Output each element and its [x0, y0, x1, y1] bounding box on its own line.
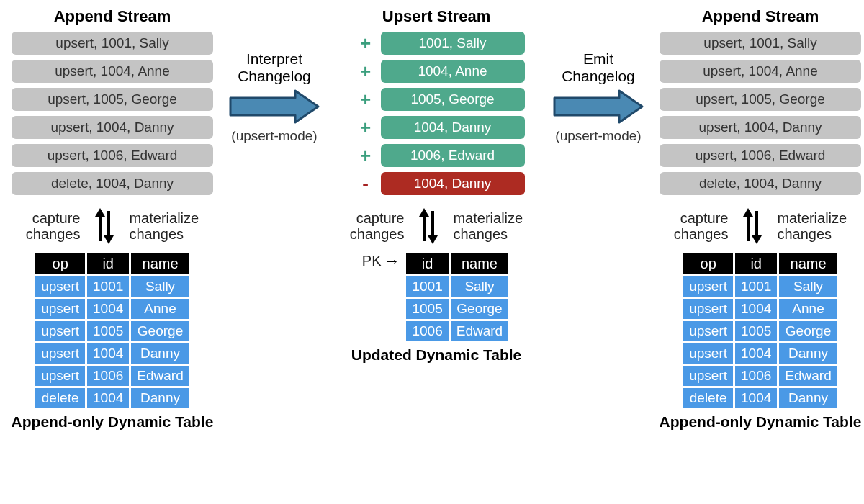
middle-column: Upsert Stream +1001, Sally +1004, Anne +… — [328, 7, 544, 497]
upsert-row: +1004, Anne — [348, 60, 525, 83]
pk-label: PK — [362, 253, 382, 269]
plus-icon: + — [358, 145, 374, 167]
table-row: upsert1005George — [35, 320, 191, 343]
table-header: id — [405, 253, 449, 276]
middle-dynamic-table: id name 1001Sally 1005George 1006Edward — [404, 251, 510, 343]
left-op-row: upsert, 1004, Danny — [12, 116, 213, 139]
middle-table-wrap: PK → id name 1001Sally 1005George 1006Ed… — [362, 251, 510, 343]
middle-capture-materialize: capture changes materialize changes — [350, 205, 523, 247]
emit-label: Emit Changelog — [562, 50, 635, 85]
right-op-row: upsert, 1004, Anne — [660, 60, 861, 83]
left-op-row: delete, 1004, Danny — [12, 172, 213, 195]
table-row: upsert1004Anne — [683, 298, 839, 320]
interpret-arrow-block: Interpret Changelog (upsert-mode) — [220, 7, 328, 497]
plus-icon: + — [358, 89, 374, 111]
upsert-row: +1006, Edward — [348, 144, 525, 167]
table-header: name — [130, 253, 190, 276]
right-op-row: upsert, 1005, George — [660, 88, 861, 111]
table-header: op — [683, 253, 734, 276]
table-row: 1005George — [405, 298, 510, 320]
upsert-row: +1005, George — [348, 88, 525, 111]
upsert-row: +1004, Danny — [348, 116, 525, 139]
plus-icon: + — [358, 60, 374, 83]
table-row: upsert1004Anne — [35, 298, 191, 320]
right-column: Append Stream upsert, 1001, Sally upsert… — [652, 7, 864, 497]
middle-stream-title: Upsert Stream — [382, 7, 490, 26]
capture-changes-label: capture changes — [350, 210, 405, 242]
materialize-changes-label: materialize changes — [453, 210, 523, 242]
right-op-row: upsert, 1006, Edward — [660, 144, 861, 167]
right-op-row: upsert, 1004, Danny — [660, 116, 861, 139]
left-stream-title: Append Stream — [54, 7, 171, 26]
table-row: delete1004Danny — [683, 387, 839, 410]
left-capture-materialize: capture changes materialize changes — [26, 205, 199, 247]
table-header: name — [449, 253, 509, 276]
table-header: id — [734, 253, 778, 276]
right-op-row: upsert, 1001, Sally — [660, 32, 861, 55]
middle-table-caption: Updated Dynamic Table — [351, 346, 522, 364]
interpret-label: Interpret Changelog — [238, 50, 311, 85]
minus-icon: - — [358, 173, 374, 195]
plus-icon: + — [358, 32, 374, 55]
middle-ops-list: +1001, Sally +1004, Anne +1005, George +… — [343, 32, 530, 195]
right-ops-list: upsert, 1001, Sally upsert, 1004, Anne u… — [660, 32, 861, 195]
right-capture-materialize: capture changes materialize changes — [674, 205, 847, 247]
table-row: upsert1005George — [683, 320, 839, 343]
table-row: 1001Sally — [405, 276, 510, 298]
right-arrow-icon — [228, 88, 321, 125]
plus-icon: + — [358, 117, 374, 139]
table-row: upsert1006Edward — [683, 365, 839, 387]
bidirectional-arrow-icon — [90, 205, 119, 247]
emit-mode: (upsert-mode) — [555, 128, 641, 144]
table-row: upsert1001Sally — [35, 276, 191, 298]
left-op-row: upsert, 1006, Edward — [12, 144, 213, 167]
upsert-row: -1004, Danny — [348, 172, 525, 195]
table-header: op — [35, 253, 86, 276]
left-table-caption: Append-only Dynamic Table — [12, 413, 214, 431]
left-op-row: upsert, 1005, George — [12, 88, 213, 111]
bidirectional-arrow-icon — [738, 205, 767, 247]
materialize-changes-label: materialize changes — [777, 210, 847, 242]
emit-arrow-block: Emit Changelog (upsert-mode) — [544, 7, 652, 497]
right-arrow-icon — [552, 88, 645, 125]
right-stream-title: Append Stream — [702, 7, 819, 26]
upsert-row: +1001, Sally — [348, 32, 525, 55]
materialize-changes-label: materialize changes — [129, 210, 199, 242]
left-op-row: upsert, 1004, Anne — [12, 60, 213, 83]
table-row: upsert1004Danny — [35, 343, 191, 365]
table-row: 1006Edward — [405, 320, 510, 343]
table-row: upsert1004Danny — [683, 343, 839, 365]
table-header: name — [778, 253, 838, 276]
right-dynamic-table: op id name upsert1001Sally upsert1004Ann… — [681, 251, 840, 410]
table-row: delete1004Danny — [35, 387, 191, 410]
right-table-caption: Append-only Dynamic Table — [660, 413, 862, 431]
bidirectional-arrow-icon — [414, 205, 443, 247]
interpret-mode: (upsert-mode) — [231, 128, 317, 144]
capture-changes-label: capture changes — [26, 210, 81, 242]
pk-arrow-icon: → — [384, 252, 400, 271]
table-row: upsert1001Sally — [683, 276, 839, 298]
left-dynamic-table: op id name upsert1001Sally upsert1004Ann… — [33, 251, 192, 410]
left-op-row: upsert, 1001, Sally — [12, 32, 213, 55]
capture-changes-label: capture changes — [674, 210, 729, 242]
right-op-row: delete, 1004, Danny — [660, 172, 861, 195]
left-column: Append Stream upsert, 1001, Sally upsert… — [4, 7, 220, 497]
table-row: upsert1006Edward — [35, 365, 191, 387]
left-ops-list: upsert, 1001, Sally upsert, 1004, Anne u… — [12, 32, 213, 195]
table-header: id — [86, 253, 130, 276]
